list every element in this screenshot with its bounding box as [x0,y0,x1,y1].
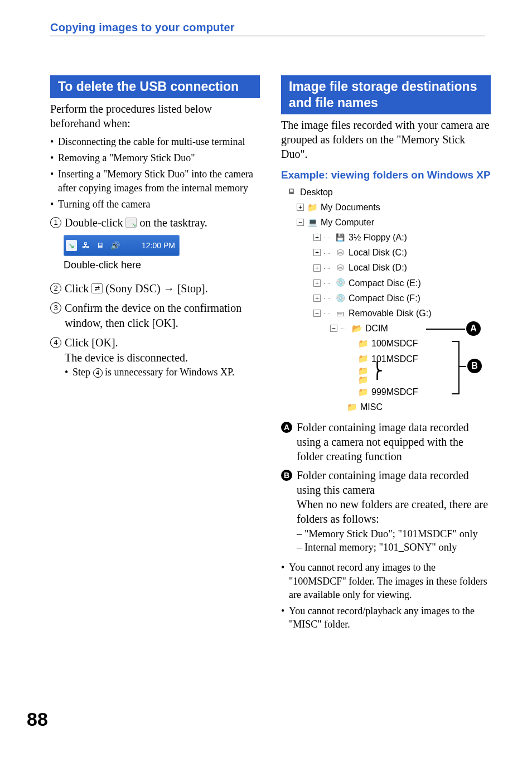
expander-icon: + [313,295,321,302]
tree-connector [341,321,349,336]
tree-label: DCIM [365,321,388,336]
tree-ellipsis: ⎬ [287,367,491,375]
tail-bullet: You cannot record/playback any images to… [281,604,491,631]
expander-icon: − [313,310,321,317]
when-item: Inserting a "Memory Stick Duo" into the … [50,167,260,195]
desktop-icon [287,187,297,196]
tree-connector [324,291,332,306]
tree-connector [324,276,332,291]
removable-disk-icon [335,309,345,318]
cd-icon [335,278,345,287]
step-3-body: Confirm the device on the confirmation w… [65,301,260,331]
tree-label: 100MSDCF [371,336,418,351]
tree-label: Compact Disc (F:) [349,291,420,306]
tasktray-figure: ↘ 🖧 🖥 🔊 12:00 PM [64,235,260,256]
expander-icon: + [313,234,321,241]
tree-connector [324,260,332,275]
callout-line-a [426,329,465,330]
disk-icon [335,263,345,272]
page-number: 88 [27,708,48,730]
callout-b: B [467,359,482,373]
callout-a: A [466,321,481,336]
tray-clock: 12:00 PM [142,241,175,250]
tree-misc: MISC [287,399,491,414]
tree-label: My Computer [321,215,374,230]
def-a-text: Folder containing image data recorded us… [297,420,491,464]
expander-icon: + [313,249,321,256]
tree-label: Local Disk (C:) [349,245,407,260]
def-letter-a: A [281,422,292,433]
callout-bracket-b [452,341,460,394]
folder-icon [347,403,357,412]
def-b: B Folder containing image data recorded … [281,468,491,556]
tasktray: ↘ 🖧 🖥 🔊 12:00 PM [64,235,180,256]
tree-ellipsis2 [287,375,491,384]
tray-safe-remove-icon: ↘ [66,240,77,251]
tree-label: My Documents [321,200,380,215]
tree-c: + Local Disk (C:) [287,245,491,260]
def-b-sub-item: "Memory Stick Duo"; "101MSDCF" only [297,527,491,541]
step-2-pre: Click [65,282,91,295]
when-item: Turning off the camera [50,197,260,211]
step-3: 3 Confirm the device on the confirmation… [50,301,260,331]
tree-label: 999MSDCF [371,384,418,399]
def-b-sub-item: Internal memory; "101_SONY" only [297,541,491,554]
tasktray-caption: Double-click here [64,259,260,271]
tree-mycomp: − My Computer [287,215,491,230]
step-number-2: 2 [50,283,61,294]
tree-desktop: Desktop [287,185,491,200]
tree-connector [324,306,332,321]
brace-icon: ⎬ [371,367,383,375]
example-subhead: Example: viewing folders on Windows XP [281,169,491,181]
step-2-post: [Stop]. [175,282,208,295]
step-4-body: Click [OK]. The device is disconnected. … [65,335,260,381]
right-column: Image file storage destinations and file… [281,75,491,634]
folder-open-icon [352,324,362,333]
tail-bullet: You cannot record any images to the "100… [281,561,491,601]
folder-tree-figure: Desktop + My Documents − My Computer + [287,185,491,415]
floppy-icon [335,233,345,242]
tree-f: + Compact Disc (F:) [287,291,491,306]
tray-network-icon: 🖧 [80,240,91,251]
tree-101msdcf: 101MSDCF [287,351,491,367]
step-number-3: 3 [50,302,61,314]
step-4-note: Step 4 is unnecessary for Windows XP. [65,365,260,379]
tree-label: Desktop [300,185,333,200]
def-b-body: Folder containing image data recorded us… [297,468,491,556]
folder-icon [358,354,368,363]
folder-icon [307,202,317,211]
def-a: A Folder containing image data recorded … [281,420,491,464]
tree-d: + Local Disk (D:) [287,260,491,275]
step-2-mid: (Sony DSC) [103,282,163,295]
tray-display-icon: 🖥 [95,240,106,251]
step-4-notes: Step 4 is unnecessary for Windows XP. [65,365,260,379]
page: Copying images to your computer To delet… [0,0,532,757]
tree-100msdcf: 100MSDCF [287,336,491,351]
cd-icon [335,293,345,302]
tree-999msdcf: 999MSDCF [287,384,491,399]
tree-label: MISC [360,399,383,414]
step-1-pre: Double-click [65,216,125,229]
callout-line-b [458,366,466,367]
def-letter-b: B [281,470,292,481]
my-computer-icon [307,218,317,226]
expander-icon: − [330,325,337,332]
step-4: 4 Click [OK]. The device is disconnected… [50,335,260,381]
columns: To delete the USB connection Perform the… [50,75,491,634]
step-4-note-pre: Step [72,367,93,378]
when-list: Disconnecting the cable for multi-use te… [50,135,260,211]
tree-label: 3½ Floppy (A:) [349,230,407,245]
arrow-icon: → [163,282,175,295]
expander-icon: + [297,204,304,211]
step-1-post: on the tasktray. [137,216,207,229]
when-item: Removing a "Memory Stick Duo" [50,151,260,165]
tree-connector [324,245,332,260]
step-4-note-post: is unnecessary for Windows XP. [103,367,235,378]
step-2: 2 Click (Sony DSC) → [Stop]. [50,281,260,296]
intro-text: Perform the procedures listed below befo… [50,102,260,131]
section-head-storage: Image file storage destinations and file… [281,75,491,114]
tree-label: Compact Disc (E:) [349,276,421,291]
def-b-line2: When no new folders are created, there a… [297,497,491,526]
storage-intro: The image files recorded with your camer… [281,118,491,161]
step-number-4: 4 [50,337,61,348]
